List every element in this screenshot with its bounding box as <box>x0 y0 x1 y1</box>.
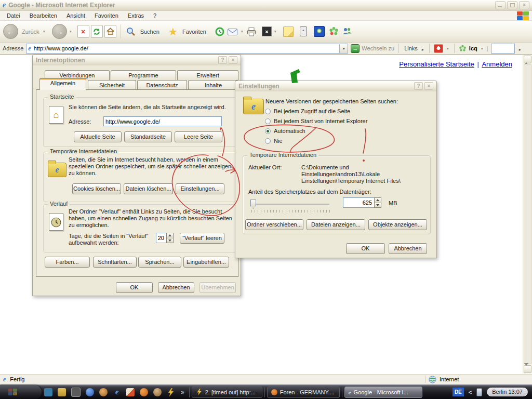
address-input[interactable] <box>33 45 340 52</box>
ql-ie-icon[interactable]: e <box>113 388 121 396</box>
forward-button[interactable]: → <box>52 24 67 39</box>
links-toolbar[interactable]: Links <box>404 45 418 51</box>
settings-cancel-button[interactable]: Abbrechen <box>389 243 427 254</box>
icq-toolbar-label[interactable]: icq <box>469 45 477 51</box>
options-help-button[interactable]: ? <box>218 56 227 64</box>
side-search-input[interactable] <box>491 44 515 54</box>
icq-dropdown-icon[interactable]: ▾ <box>481 46 483 51</box>
scroll-up-button[interactable] <box>524 56 531 63</box>
scroll-thumb[interactable] <box>524 64 531 364</box>
print-button[interactable] <box>246 26 257 37</box>
search-button[interactable] <box>125 26 137 37</box>
task-google-ie[interactable]: e Google - Microsoft I... <box>344 387 422 398</box>
tab-allgemein[interactable]: Allgemein <box>39 78 86 90</box>
einstellungen-button[interactable]: Einstellungen... <box>176 183 224 194</box>
aktuelle-seite-button[interactable]: Aktuelle Seite <box>74 131 122 142</box>
sprachen-button[interactable]: Sprachen... <box>138 257 181 268</box>
tab-sicherheit[interactable]: Sicherheit <box>88 80 136 90</box>
start-button[interactable] <box>0 385 42 399</box>
tab-erweitert[interactable]: Erweitert <box>177 70 238 80</box>
stop-button[interactable]: × <box>77 25 89 38</box>
tray-phone-icon[interactable] <box>476 388 482 396</box>
startseite-address-field[interactable] <box>103 116 222 126</box>
radio-start[interactable] <box>265 118 271 124</box>
notes-icon[interactable] <box>283 26 294 37</box>
messenger-icon[interactable] <box>341 26 353 37</box>
settings-close-button[interactable]: × <box>424 82 433 90</box>
favorites-star-icon[interactable]: ★ <box>167 26 179 37</box>
acrobat-icon[interactable] <box>434 44 443 53</box>
farben-button[interactable]: Farben... <box>45 257 90 268</box>
verlauf-days-value[interactable]: 20 <box>156 233 166 243</box>
leere-seite-button[interactable]: Leere Seite <box>175 131 222 142</box>
menu-ansicht[interactable]: Ansicht <box>62 11 90 20</box>
standardseite-button[interactable]: Standardseite <box>124 131 172 142</box>
startseite-address-input[interactable] <box>104 117 221 126</box>
settings-help-button[interactable]: ? <box>414 82 423 90</box>
side-flyout-icon[interactable]: ▸ <box>519 47 521 52</box>
forward-dropdown-icon[interactable]: ▾ <box>70 29 72 34</box>
close-button[interactable]: × <box>519 1 529 9</box>
task-foren-germany[interactable]: Foren - GERMANY.... <box>267 387 340 398</box>
disk-size-spinner[interactable]: 625 <box>343 197 381 208</box>
tray-collapse-chevron[interactable]: < <box>469 389 472 395</box>
ql-firefox-icon[interactable] <box>140 388 148 396</box>
page-scrollbar[interactable] <box>523 55 532 374</box>
disk-slider-track[interactable] <box>250 204 329 205</box>
menu-hilfe[interactable]: ? <box>149 11 161 20</box>
options-cancel-button[interactable]: Abbrechen <box>158 282 194 293</box>
menu-bearbeiten[interactable]: Bearbeiten <box>25 11 62 20</box>
verlauf-leeren-button[interactable]: "Verlauf" leeren <box>180 233 224 244</box>
icq-pro-icon[interactable] <box>314 26 325 37</box>
radio-zugriff[interactable] <box>265 109 271 114</box>
menu-favoriten[interactable]: Favoriten <box>90 11 123 20</box>
edit-excel-button[interactable]: × <box>262 26 272 36</box>
verlauf-days-spinner[interactable]: 20 <box>156 233 174 243</box>
options-dialog-titlebar[interactable]: Internetoptionen ? × <box>33 55 241 65</box>
days-up-button[interactable] <box>167 233 173 238</box>
radio-automatisch[interactable] <box>265 128 271 134</box>
radio-start-label[interactable]: Bei jedem Start von Internet Explorer <box>274 118 367 125</box>
history-button[interactable] <box>214 26 225 37</box>
size-up-button[interactable] <box>375 198 381 203</box>
menu-datei[interactable]: Datei <box>2 11 25 20</box>
scroll-down-button[interactable] <box>524 365 531 373</box>
ql-folder-camera-icon[interactable] <box>58 388 66 396</box>
dateien-loeschen-button[interactable]: Dateien löschen... <box>124 183 173 194</box>
eingabehilfen-button[interactable]: Eingabehilfen... <box>183 257 229 268</box>
maximize-button[interactable] <box>507 1 517 9</box>
radio-zugriff-label[interactable]: Bei jedem Zugriff auf die Seite <box>274 108 350 115</box>
menu-extras[interactable]: Extras <box>123 11 149 20</box>
ql-wmp-icon[interactable] <box>86 388 94 396</box>
tab-datenschutz[interactable]: Datenschutz <box>137 80 187 90</box>
task-timed-out[interactable]: 2. [timed out] http:... <box>192 387 262 398</box>
radio-nie[interactable] <box>265 138 271 144</box>
links-flyout-icon[interactable]: ▸ <box>422 47 424 52</box>
options-close-button[interactable]: × <box>229 56 237 64</box>
schriftarten-button[interactable]: Schriftarten... <box>93 257 137 268</box>
favorites-label[interactable]: Favoriten <box>182 29 206 35</box>
ordner-verschieben-button[interactable]: Ordner verschieben... <box>245 219 303 230</box>
go-button[interactable]: → Wechseln zu <box>351 44 394 53</box>
signin-link[interactable]: Anmelden <box>482 60 512 68</box>
home-button[interactable] <box>104 25 116 38</box>
disk-slider-thumb[interactable] <box>250 199 256 209</box>
mail-dropdown-icon[interactable]: ▾ <box>241 29 243 34</box>
address-dropdown-icon[interactable]: ▾ <box>339 44 348 53</box>
refresh-button[interactable] <box>91 25 103 38</box>
language-indicator[interactable]: DE <box>453 388 464 396</box>
acrobat-dropdown-icon[interactable]: ▾ <box>447 46 449 51</box>
disk-size-value[interactable]: 625 <box>343 197 374 208</box>
taskbar-clock[interactable]: Berlin 13:07 <box>487 388 528 396</box>
search-label[interactable]: Suchen <box>140 29 159 35</box>
ql-winamp-icon[interactable] <box>99 388 108 396</box>
ql-movie-maker-icon[interactable] <box>71 388 81 397</box>
settings-ok-button[interactable]: OK <box>346 243 385 254</box>
ql-palette-icon[interactable] <box>126 388 135 396</box>
handheld-sync-icon[interactable]: * <box>300 26 307 36</box>
tab-inhalte[interactable]: Inhalte <box>188 80 238 90</box>
tab-programme[interactable]: Programme <box>111 70 176 80</box>
back-dropdown-icon[interactable]: ▾ <box>43 29 45 34</box>
back-button[interactable]: ← <box>3 24 18 39</box>
cookies-loeschen-button[interactable]: Cookies löschen... <box>72 183 121 194</box>
